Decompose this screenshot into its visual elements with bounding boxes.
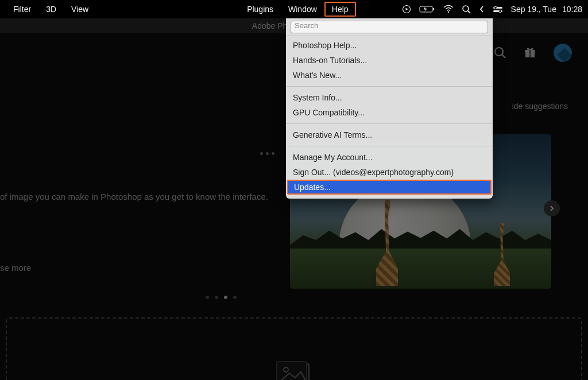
help-menu-gpu-compat[interactable]: GPU Compatibility...	[286, 105, 493, 120]
help-menu-whats-new[interactable]: What's New...	[286, 68, 493, 83]
help-menu-gen-ai-terms[interactable]: Generative AI Terms...	[286, 127, 493, 142]
menu-filter[interactable]: Filter	[6, 2, 38, 17]
separator	[286, 86, 493, 87]
menu-3d[interactable]: 3D	[38, 2, 64, 17]
help-menu-system-info[interactable]: System Info...	[286, 90, 493, 105]
menu-help[interactable]: Help	[324, 2, 356, 17]
spotlight-icon[interactable]	[462, 5, 471, 14]
svg-line-5	[468, 11, 470, 13]
help-search-row: Search	[286, 18, 493, 36]
play-icon[interactable]	[402, 5, 411, 14]
help-menu-tutorials[interactable]: Hands-on Tutorials...	[286, 53, 493, 68]
svg-point-4	[463, 6, 469, 11]
help-menu-sign-out[interactable]: Sign Out... (videos@expertphotography.co…	[286, 165, 493, 180]
svg-point-3	[447, 11, 449, 13]
chevron-left-icon[interactable]	[479, 5, 485, 13]
svg-rect-2	[433, 8, 434, 10]
separator	[286, 123, 493, 124]
control-center-icon[interactable]	[493, 6, 503, 13]
date-text: Sep 19., Tue	[511, 5, 556, 14]
wifi-icon[interactable]	[443, 5, 454, 13]
help-menu-photoshop-help[interactable]: Photoshop Help...	[286, 38, 493, 53]
menu-window[interactable]: Window	[281, 2, 324, 17]
menubar-status-area: Sep 19., Tue 10:28	[402, 5, 582, 14]
help-search-input[interactable]: Search	[291, 21, 488, 33]
time-text: 10:28	[562, 5, 582, 14]
help-menu-dropdown: Search Photoshop Help... Hands-on Tutori…	[286, 18, 493, 199]
menubar-clock[interactable]: Sep 19., Tue 10:28	[511, 5, 582, 14]
menubar-left-group: Filter 3D View Plugins Window Help	[6, 2, 356, 17]
svg-point-9	[498, 10, 501, 13]
separator	[286, 146, 493, 146]
svg-point-7	[494, 6, 497, 9]
menu-view[interactable]: View	[64, 2, 96, 17]
macos-menubar: Filter 3D View Plugins Window Help Sep 1…	[0, 0, 588, 18]
help-menu-manage-account[interactable]: Manage My Account...	[286, 150, 493, 165]
battery-icon[interactable]	[419, 5, 435, 13]
menu-plugins[interactable]: Plugins	[239, 2, 281, 17]
help-menu-updates[interactable]: Updates...	[287, 180, 492, 195]
